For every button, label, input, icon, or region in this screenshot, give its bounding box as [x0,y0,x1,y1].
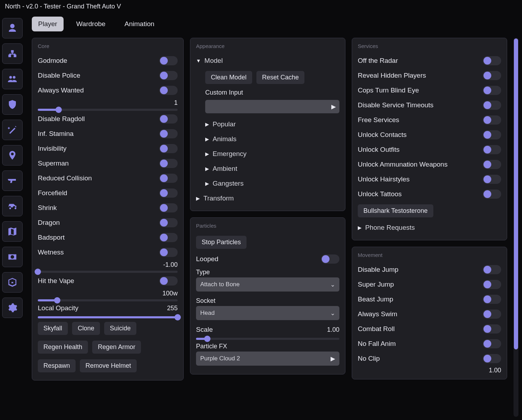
toggle-unlock-tattoos[interactable] [483,190,501,199]
toggle-dragon[interactable] [159,218,178,227]
toggle-beast-jump[interactable] [483,295,501,304]
tree-popular[interactable]: ▶Popular [205,117,339,132]
toggle-shrink[interactable] [159,203,178,212]
select-socket[interactable]: Head ⌄ [196,306,339,320]
toggle-unlock-ammunation[interactable] [483,160,501,169]
tab-wardrobe[interactable]: Wardrobe [70,17,112,31]
btn-skyfall[interactable]: Skyfall [38,322,68,335]
toggle-combat-roll[interactable] [483,324,501,334]
scale-slider[interactable] [196,338,339,340]
scrollbar[interactable] [514,38,518,417]
toggle-unlock-outfits[interactable] [483,145,501,154]
btn-stop-particles[interactable]: Stop Particles [196,236,247,249]
sidebar-user-icon[interactable] [2,18,23,38]
select-type[interactable]: Attach to Bone ⌄ [196,277,339,292]
tree-emergency[interactable]: ▶Emergency [205,146,339,161]
toggle-beast-jump-label: Beast Jump [358,295,393,303]
sidebar-car-icon[interactable] [2,196,23,216]
toggle-badsport[interactable] [159,233,178,242]
toggle-no-clip[interactable] [483,354,501,363]
tree-animals[interactable]: ▶Animals [205,132,339,146]
select-type-value: Attach to Bone [200,281,240,288]
tree-gangsters[interactable]: ▶Gangsters [205,176,339,191]
looped-label: Looped [196,255,218,263]
select-fx[interactable]: Purple Cloud 2 ▶ [196,352,339,366]
tree-animals-label: Animals [213,135,237,143]
scrollbar-thumb[interactable] [514,38,518,349]
toggle-disable-ragdoll[interactable] [159,114,178,124]
toggle-disable-timeouts[interactable] [483,101,501,110]
sidebar-gun-icon[interactable] [2,170,23,191]
sidebar-wand-icon[interactable] [2,120,23,140]
toggle-forcefield[interactable] [159,188,178,198]
play-icon[interactable]: ▶ [331,103,336,110]
btn-regen-health[interactable]: Regen Health [38,341,88,354]
svg-rect-2 [14,55,16,57]
toggle-wetness[interactable] [159,248,178,257]
toggle-forcefield-label: Forcefield [38,189,67,197]
custom-input-field[interactable] [209,103,331,110]
custom-input-box[interactable]: ▶ [205,100,339,113]
toggle-vape[interactable] [159,276,178,286]
toggle-disable-timeouts-label: Disable Service Timeouts [358,101,433,109]
btn-reset-cache[interactable]: Reset Cache [256,71,304,84]
caret-right-icon: ▶ [205,181,209,186]
toggle-reduced-collision-label: Reduced Collision [38,174,92,182]
tab-player[interactable]: Player [32,17,64,31]
toggle-super-jump[interactable] [483,280,501,289]
panel-core: Core Godmode Disable Police Always Wante… [32,38,184,380]
toggle-unlock-contacts[interactable] [483,130,501,139]
toggle-invisibility[interactable] [159,144,178,153]
tree-transform[interactable]: ▶Transform [196,191,339,206]
toggle-reduced-collision[interactable] [159,174,178,183]
sidebar-network-icon[interactable] [2,43,23,64]
btn-bullshark[interactable]: Bullshark Testosterone [358,204,433,217]
btn-clean-model[interactable]: Clean Model [205,71,252,84]
toggle-inf-stamina[interactable] [159,129,178,138]
sidebar-shield-icon[interactable] [2,94,23,115]
noclip-value: 1.00 [358,365,501,374]
sidebar-gear-icon[interactable] [2,298,23,318]
toggle-super-jump-label: Super Jump [358,281,394,288]
sidebar-pin-icon[interactable] [2,145,23,166]
toggle-reveal-hidden-label: Reveal Hidden Players [358,72,426,79]
toggle-unlock-contacts-label: Unlock Contacts [358,131,407,139]
tree-model[interactable]: ▼ Model [196,53,339,68]
toggle-always-wanted[interactable] [159,86,178,95]
select-fx-value: Purple Cloud 2 [200,355,240,362]
caret-right-icon: ▶ [205,166,209,172]
btn-remove-helmet[interactable]: Remove Helmet [80,359,137,372]
play-icon[interactable]: ▶ [331,355,335,362]
toggle-cops-blind[interactable] [483,86,501,95]
sidebar-group-icon[interactable] [2,69,23,89]
sidebar-map-icon[interactable] [2,221,23,242]
sidebar-money-icon[interactable] [2,247,23,267]
panel-particles-title: Particles [196,223,339,229]
toggle-looped[interactable] [321,254,339,264]
sidebar-box-icon[interactable] [2,272,23,293]
toggle-unlock-hairstyles[interactable] [483,175,501,184]
tab-animation[interactable]: Animation [118,17,161,31]
toggle-free-services[interactable] [483,115,501,125]
wanted-slider[interactable] [38,109,178,111]
toggle-disable-jump[interactable] [483,265,501,274]
wetness-slider[interactable] [38,271,178,273]
btn-regen-armor[interactable]: Regen Armor [92,341,141,354]
btn-clone[interactable]: Clone [72,322,100,335]
toggle-no-fall-anim-label: No Fall Anim [358,340,396,348]
toggle-inf-stamina-label: Inf. Stamina [38,130,73,138]
toggle-reveal-hidden[interactable] [483,71,501,80]
btn-respawn[interactable]: Respawn [38,359,76,372]
vape-slider[interactable] [38,299,178,301]
tree-ambient[interactable]: ▶Ambient [205,161,339,176]
opacity-slider[interactable] [38,316,178,318]
toggle-off-radar[interactable] [483,56,501,65]
tree-ambient-label: Ambient [213,165,237,173]
toggle-disable-police[interactable] [159,71,178,80]
toggle-no-fall-anim[interactable] [483,339,501,348]
toggle-godmode[interactable] [159,56,178,65]
toggle-superman[interactable] [159,159,178,168]
btn-suicide[interactable]: Suicide [104,322,136,335]
toggle-always-swim[interactable] [483,310,501,319]
tree-phone-requests[interactable]: ▶Phone Requests [358,220,501,235]
